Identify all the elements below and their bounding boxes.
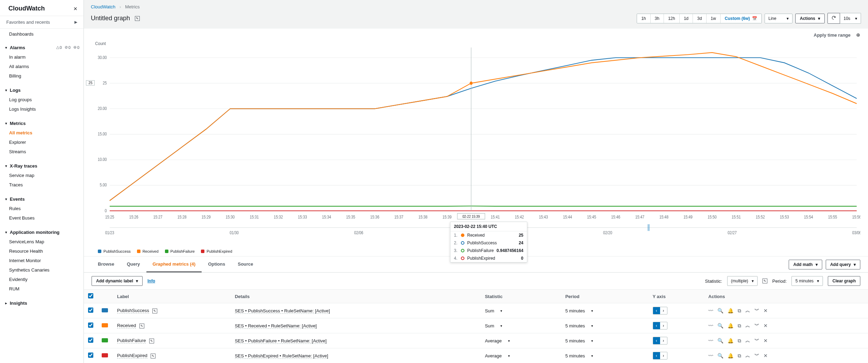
actions-button[interactable]: Actions ▾ <box>795 14 825 23</box>
range-1w[interactable]: 1w <box>707 14 721 23</box>
sidebar-item-evidently[interactable]: Evidently <box>0 275 84 284</box>
metric-details[interactable]: SES • Received • RuleSetName: [Active] <box>235 323 317 329</box>
nav-group-insights[interactable]: ▸ Insights <box>0 298 84 308</box>
edit-label-icon[interactable]: ✎ <box>152 309 157 313</box>
sidebar-item-in-alarm[interactable]: In alarm <box>0 52 84 62</box>
edit-statistic-icon[interactable]: ✎ <box>762 279 767 283</box>
row-search-icon[interactable]: 🔍 <box>717 353 723 358</box>
sidebar-item-resource-health[interactable]: Resource Health <box>0 246 84 256</box>
sidebar-item-logs-insights[interactable]: Logs Insights <box>0 104 84 114</box>
legend-received[interactable]: Received <box>137 249 159 253</box>
nav-group-events[interactable]: ▾ Events <box>0 194 84 204</box>
row-down-icon[interactable]: ︾ <box>754 308 759 314</box>
zoom-icon[interactable]: ⊕ <box>856 32 860 38</box>
row-up-icon[interactable]: ︽ <box>745 308 750 314</box>
range-3d[interactable]: 3d <box>693 14 706 23</box>
row-copy-icon[interactable]: ⧉ <box>738 323 741 329</box>
sidebar-item-servicelens-map[interactable]: ServiceLens Map <box>0 237 84 246</box>
row-stat-select[interactable]: Average▾ <box>485 353 510 358</box>
metric-label[interactable]: PublishSuccess <box>117 308 149 313</box>
add-math-button[interactable]: Add math ▾ <box>789 260 822 269</box>
row-period-select[interactable]: 5 minutes▾ <box>565 308 593 313</box>
sidebar-item-traces[interactable]: Traces <box>0 180 84 190</box>
sidebar-item-billing[interactable]: Billing <box>0 71 84 81</box>
row-chart-icon[interactable]: 〰 <box>708 323 713 328</box>
sidebar-item-all-alarms[interactable]: All alarms <box>0 62 84 71</box>
edit-label-icon[interactable]: ✎ <box>139 324 144 328</box>
breadcrumb-root[interactable]: CloudWatch <box>91 4 115 9</box>
sidebar-close-icon[interactable]: × <box>73 6 77 12</box>
row-down-icon[interactable]: ︾ <box>754 353 759 359</box>
metric-label[interactable]: Received <box>117 323 136 328</box>
nav-group-appmon[interactable]: ▾ Application monitoring <box>0 227 84 237</box>
tab-source[interactable]: Source <box>231 257 259 272</box>
row-stat-select[interactable]: Sum▾ <box>485 308 502 313</box>
row-chart-icon[interactable]: 〰 <box>708 308 713 313</box>
metric-label[interactable]: PublishFailure <box>117 338 146 343</box>
legend-publishsuccess[interactable]: PublishSuccess <box>98 249 131 253</box>
row-copy-icon[interactable]: ⧉ <box>738 338 741 344</box>
edit-label-icon[interactable]: ✎ <box>149 339 154 343</box>
y-axis-toggle[interactable]: ‹› <box>653 352 667 360</box>
tab-query[interactable]: Query <box>121 257 146 272</box>
row-alarm-icon[interactable]: 🔔 <box>728 308 733 313</box>
add-query-button[interactable]: Add query ▾ <box>826 260 860 269</box>
graph-type-select[interactable]: Line ▾ <box>765 14 793 23</box>
range-3h[interactable]: 3h <box>651 14 664 23</box>
nav-dashboards[interactable]: Dashboards <box>0 29 84 39</box>
refresh-interval-select[interactable]: 10s ▾ <box>840 13 861 24</box>
range-1h[interactable]: 1h <box>637 14 650 23</box>
range-custom6w[interactable]: Custom (6w)📅 <box>721 14 761 23</box>
row-remove-icon[interactable]: ✕ <box>764 323 768 328</box>
legend-publishfailure[interactable]: PublishFailure <box>165 249 195 253</box>
row-checkbox[interactable] <box>88 338 93 343</box>
row-search-icon[interactable]: 🔍 <box>717 308 723 313</box>
edit-title-icon[interactable]: ✎ <box>135 16 140 21</box>
range-1d[interactable]: 1d <box>680 14 693 23</box>
add-dynamic-label-button[interactable]: Add dynamic label ▾ <box>92 276 143 286</box>
y-axis-toggle[interactable]: ‹› <box>653 307 667 314</box>
color-swatch[interactable] <box>102 308 108 312</box>
nav-group-xray[interactable]: ▾ X-Ray traces <box>0 161 84 171</box>
y-axis-toggle[interactable]: ‹› <box>653 322 667 329</box>
sidebar-item-rules[interactable]: Rules <box>0 204 84 213</box>
period-select[interactable]: 5 minutes ▾ <box>791 276 823 286</box>
chart-area[interactable]: Count05.0010.0015.0020.002530.0015:2515:… <box>84 39 868 249</box>
sidebar-item-log-groups[interactable]: Log groups <box>0 95 84 104</box>
sidebar-item-explorer[interactable]: Explorer <box>0 138 84 147</box>
range-12h[interactable]: 12h <box>664 14 680 23</box>
row-alarm-icon[interactable]: 🔔 <box>728 338 733 343</box>
sidebar-item-internet-monitor[interactable]: Internet Monitor <box>0 256 84 265</box>
metric-details[interactable]: SES • PublishSuccess • RuleSetName: [Act… <box>235 308 330 314</box>
statistic-select[interactable]: (multiple) ▾ <box>727 276 758 286</box>
color-swatch[interactable] <box>102 323 108 327</box>
color-swatch[interactable] <box>102 338 108 342</box>
row-checkbox[interactable] <box>88 353 93 358</box>
select-all-checkbox[interactable] <box>88 293 93 298</box>
metric-label[interactable]: PublishExpired <box>117 353 147 358</box>
row-copy-icon[interactable]: ⧉ <box>738 308 741 314</box>
row-remove-icon[interactable]: ✕ <box>764 353 768 358</box>
row-stat-select[interactable]: Average▾ <box>485 338 510 343</box>
row-stat-select[interactable]: Sum▾ <box>485 323 502 328</box>
metric-details[interactable]: SES • PublishExpired • RuleSetName: [Act… <box>235 353 328 359</box>
row-copy-icon[interactable]: ⧉ <box>738 353 741 359</box>
sidebar-item-streams[interactable]: Streams <box>0 147 84 156</box>
row-search-icon[interactable]: 🔍 <box>717 338 723 343</box>
tab-graphed[interactable]: Graphed metrics (4) <box>146 257 202 272</box>
row-checkbox[interactable] <box>88 323 93 328</box>
row-down-icon[interactable]: ︾ <box>754 338 759 344</box>
row-period-select[interactable]: 5 minutes▾ <box>565 338 593 343</box>
row-checkbox[interactable] <box>88 308 93 313</box>
row-chart-icon[interactable]: 〰 <box>708 353 713 358</box>
sidebar-item-service-map[interactable]: Service map <box>0 171 84 180</box>
info-link[interactable]: Info <box>147 279 155 283</box>
row-chart-icon[interactable]: 〰 <box>708 338 713 343</box>
sidebar-item-all-metrics[interactable]: All metrics <box>0 128 84 138</box>
nav-group-logs[interactable]: ▾ Logs <box>0 85 84 95</box>
row-up-icon[interactable]: ︽ <box>745 338 750 344</box>
row-up-icon[interactable]: ︽ <box>745 353 750 359</box>
row-remove-icon[interactable]: ✕ <box>764 338 768 343</box>
color-swatch[interactable] <box>102 353 108 357</box>
edit-label-icon[interactable]: ✎ <box>151 354 155 358</box>
